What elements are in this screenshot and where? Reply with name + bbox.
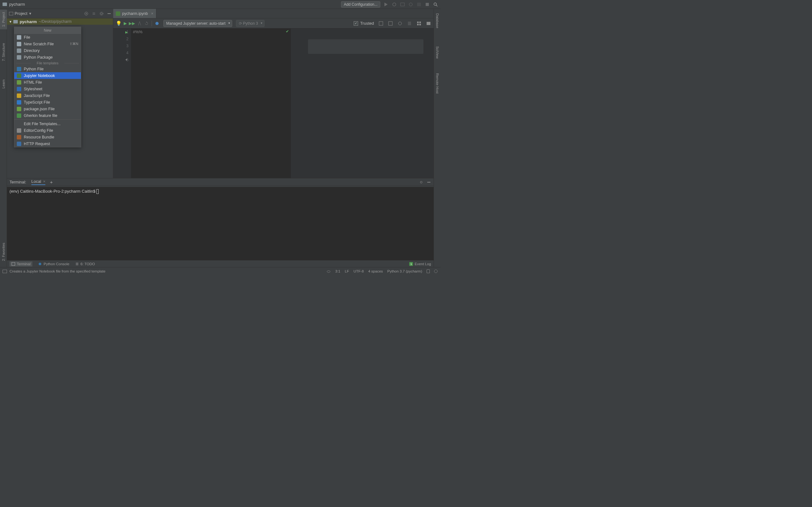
menu-item[interactable]: JavaScript File — [14, 92, 81, 99]
code-pane[interactable]: 1▶ 2 3 4 5+ #%% ✔ — [113, 29, 291, 178]
variables-icon[interactable] — [154, 21, 159, 26]
menu-item-label: Resource Bundle — [24, 135, 54, 139]
run-all-icon[interactable]: ▶▶ — [129, 21, 135, 26]
menu-item[interactable]: File — [14, 34, 81, 41]
rail-remote-host[interactable]: Remote Host — [434, 71, 441, 96]
run-icon[interactable] — [384, 2, 389, 7]
hide-icon[interactable] — [426, 180, 431, 184]
svg-rect-20 — [417, 24, 419, 25]
file-type-icon — [17, 55, 21, 60]
chevron-down-icon[interactable]: ▾ — [29, 11, 32, 16]
expand-all-icon[interactable] — [92, 11, 96, 16]
cloud-icon[interactable] — [326, 269, 331, 274]
status-indent[interactable]: 4 spaces — [368, 269, 383, 273]
menu-item[interactable]: Gherkin feature file — [14, 112, 81, 119]
menu-item[interactable]: EditorConfig File — [14, 127, 81, 134]
project-label[interactable]: Project — [14, 11, 27, 16]
status-eol[interactable]: LF — [345, 269, 349, 273]
menu-item[interactable]: Edit File Templates... — [14, 120, 81, 127]
add-cell-icon[interactable]: + — [125, 58, 128, 62]
gear-icon[interactable] — [99, 11, 104, 16]
svg-rect-22 — [426, 22, 430, 25]
tab-event-log[interactable]: 1Event Log — [409, 262, 431, 266]
interrupt-icon[interactable] — [137, 21, 142, 26]
menu-item[interactable]: HTML File — [14, 79, 81, 86]
editor-tab[interactable]: pycharm.ipynb × — [113, 9, 156, 18]
rail-favorites[interactable]: 2: Favorites — [0, 240, 7, 263]
rail-learn[interactable]: Learn — [0, 77, 7, 91]
debug-icon[interactable] — [392, 2, 397, 7]
file-type-icon — [17, 122, 21, 126]
grid-icon[interactable] — [416, 21, 421, 26]
code-area[interactable]: #%% ✔ — [131, 29, 291, 178]
cell-above-icon[interactable] — [378, 21, 384, 26]
coverage-icon[interactable] — [400, 2, 405, 7]
add-configuration-button[interactable]: Add Configuration... — [341, 1, 380, 8]
menu-item[interactable]: Python File — [14, 66, 81, 72]
menu-item[interactable]: package.json File — [14, 106, 81, 112]
file-type-icon — [17, 113, 21, 118]
project-title: pycharm — [9, 2, 25, 7]
kernel-dropdown[interactable]: ⟳ Python 3 — [236, 20, 265, 27]
menu-item[interactable]: TypeScript File — [14, 99, 81, 106]
svg-rect-7 — [9, 12, 13, 15]
new-terminal-icon[interactable]: + — [50, 179, 53, 185]
preview-icon[interactable] — [397, 21, 403, 26]
preview-cell[interactable] — [308, 39, 423, 54]
menu-item[interactable]: HTTP Request — [14, 140, 81, 147]
search-icon[interactable] — [433, 2, 438, 7]
rail-database[interactable]: Database — [434, 11, 441, 31]
locate-icon[interactable] — [84, 11, 89, 16]
checkbox-icon[interactable] — [354, 21, 358, 26]
concurrency-icon[interactable] — [416, 2, 421, 7]
event-badge: 1 — [409, 262, 413, 266]
trusted-toggle[interactable]: Trusted — [354, 21, 374, 26]
menu-item[interactable]: Resource Bundle — [14, 134, 81, 140]
expand-icon[interactable]: ▼ — [9, 20, 12, 23]
menu-separator-templates: File templates — [14, 60, 81, 66]
tab-terminal[interactable]: Terminal — [9, 262, 32, 267]
gear-icon[interactable] — [419, 180, 423, 184]
face-icon[interactable] — [434, 269, 438, 274]
svg-point-5 — [434, 3, 437, 5]
menu-item[interactable]: Stylesheet — [14, 86, 81, 92]
run-cell-icon[interactable]: ▶ — [124, 21, 127, 26]
jupyter-server-dropdown[interactable]: Managed Jupyter server: auto-start — [163, 20, 232, 27]
rail-project[interactable]: 1: Project — [0, 9, 7, 29]
split-icon[interactable] — [407, 21, 412, 26]
terminal-tab[interactable]: Local× — [32, 179, 46, 185]
profile-icon[interactable] — [408, 2, 413, 7]
close-icon[interactable]: × — [43, 179, 46, 184]
image-icon[interactable] — [426, 21, 431, 26]
stop-icon[interactable] — [425, 2, 430, 7]
terminal-body[interactable]: (env) Caitlins-MacBook-Pro-2:pycharm Cai… — [7, 187, 434, 260]
bulb-icon[interactable]: 💡 — [116, 20, 122, 26]
menu-item-label: Python Package — [24, 55, 53, 60]
menu-item[interactable]: New Scratch File⇧⌘N — [14, 41, 81, 47]
toolwindow-icon[interactable] — [3, 270, 7, 273]
svg-rect-19 — [419, 21, 421, 23]
menu-item[interactable]: Jupyter Notebook — [14, 72, 81, 79]
rail-structure[interactable]: 7: Structure — [0, 41, 7, 64]
lock-icon[interactable] — [426, 269, 430, 273]
code-line: #%% — [131, 29, 291, 36]
svg-point-23 — [420, 181, 422, 183]
status-interpreter[interactable]: Python 3.7 (pycharm) — [387, 269, 422, 273]
status-position[interactable]: 3:1 — [335, 269, 340, 273]
cell-below-icon[interactable] — [388, 21, 393, 26]
menu-item-label: HTTP Request — [24, 142, 50, 146]
run-gutter-icon[interactable]: ▶ — [125, 31, 128, 34]
menu-item-label: Stylesheet — [24, 87, 42, 91]
menu-item[interactable]: Directory — [14, 47, 81, 54]
status-encoding[interactable]: UTF-8 — [353, 269, 364, 273]
tree-root[interactable]: ▼ pycharm ~/Desktop/pycharm — [7, 18, 113, 25]
hide-icon[interactable] — [107, 11, 111, 16]
rail-sciview[interactable]: SciView — [434, 44, 441, 61]
menu-item[interactable]: Python Package — [14, 54, 81, 60]
restart-icon[interactable] — [144, 21, 149, 26]
tab-todo[interactable]: 6: TODO — [75, 262, 95, 266]
project-view-icon — [9, 11, 13, 16]
tab-python-console[interactable]: Python Console — [38, 262, 69, 266]
close-icon[interactable]: × — [151, 11, 153, 16]
line-number: 3 — [113, 43, 131, 49]
